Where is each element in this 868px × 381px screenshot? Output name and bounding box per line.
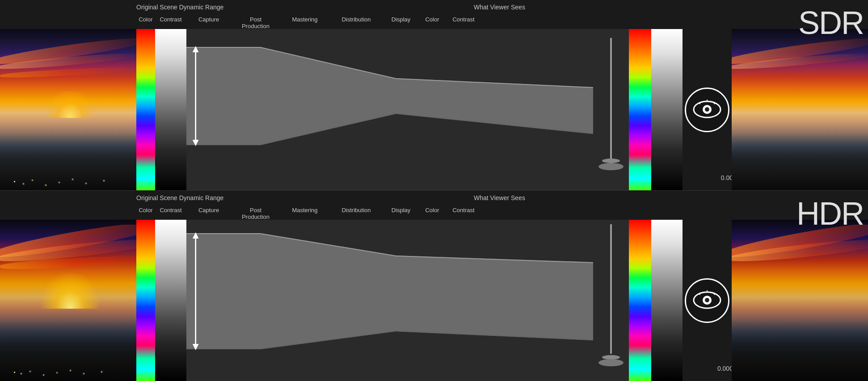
sdr-col-distribution: Distribution: [329, 16, 383, 29]
hdr-col-vcolor: Color: [419, 207, 446, 220]
sdr-pipeline-svg: [186, 29, 593, 190]
hdr-eye-container: 0.0005 - 1000 nits: [683, 220, 732, 381]
sdr-viewer-color-bar: [629, 29, 651, 190]
city-lights: [14, 181, 15, 182]
hdr-display-svg: [593, 220, 629, 381]
sdr-col-display: Display: [383, 16, 419, 29]
hdr-col-capture: Capture: [186, 207, 231, 220]
hdr-col-post: Post Production: [231, 207, 280, 220]
hdr-col-distribution: Distribution: [329, 207, 383, 220]
hdr-tv-base: [598, 359, 624, 366]
sdr-viewer-contrast-bar: [651, 29, 683, 190]
hdr-eye-icon: [693, 290, 722, 310]
sdr-col-contrast: Contrast: [155, 16, 186, 29]
main-container: Original Scene Dynamic Range What Viewer…: [0, 0, 868, 381]
sdr-col-vcontrast: Contrast: [446, 16, 481, 29]
sdr-contrast-bar: [155, 29, 186, 190]
sdr-scene-left: [0, 29, 136, 190]
hdr-contrast-bar: [155, 220, 186, 381]
sdr-title: Original Scene Dynamic Range: [136, 4, 223, 11]
sdr-pipeline: [186, 29, 593, 190]
hdr-scene-left-bg: [0, 220, 136, 381]
sdr-eye-circle: [685, 88, 729, 132]
hdr-viewer-color-bar: [629, 220, 651, 381]
sdr-eye-container: 0.0005 - 100 nits: [683, 29, 732, 190]
sun-glow: [48, 91, 93, 118]
buildings-silhouette-r: [732, 134, 868, 190]
hdr-col-color: Color: [136, 207, 155, 220]
hdr-buildings: [0, 320, 136, 381]
sdr-display-area: [593, 29, 629, 190]
sdr-content: 0.0005 - 100 nits: [0, 29, 868, 190]
sdr-col-color: Color: [136, 16, 155, 29]
sdr-color-bar: [136, 29, 155, 190]
sdr-scene-left-bg: [0, 29, 136, 190]
svg-point-8: [705, 298, 709, 302]
hdr-scene-right-bg: [732, 220, 868, 381]
sdr-col-capture: Capture: [186, 16, 231, 29]
hdr-tv-panel: [610, 224, 612, 354]
hdr-col-contrast: Contrast: [155, 207, 186, 220]
hdr-col-vcontrast: Contrast: [446, 207, 481, 220]
hdr-column-labels: Color Contrast Capture Post Production M…: [136, 207, 868, 220]
sdr-tv-base: [598, 163, 624, 170]
hdr-color-bar: [136, 220, 155, 381]
hdr-scene-left: [0, 220, 136, 381]
hdr-badge: HDR: [796, 195, 864, 232]
sdr-row: Original Scene Dynamic Range What Viewer…: [0, 0, 868, 190]
sdr-col-mastering: Mastering: [280, 16, 329, 29]
sdr-funnel-fill: [186, 47, 593, 145]
hdr-viewer-title: What Viewer Sees: [474, 194, 525, 201]
hdr-title: Original Scene Dynamic Range: [136, 194, 223, 201]
sdr-col-vcolor: Color: [419, 16, 446, 29]
hdr-col-display: Display: [383, 207, 419, 220]
sdr-tv-panel: [610, 38, 612, 159]
sdr-display-svg: [593, 29, 629, 190]
sdr-scene-right: [732, 29, 868, 190]
sdr-badge: SDR: [798, 4, 864, 41]
hdr-row: Original Scene Dynamic Range What Viewer…: [0, 191, 868, 381]
hdr-col-mastering: Mastering: [280, 207, 329, 220]
hdr-scene-right: [732, 220, 868, 381]
hdr-sun-glow: [41, 273, 99, 309]
hdr-viewer-contrast-bar: [651, 220, 683, 381]
hdr-city-lights: [14, 372, 15, 373]
hdr-display-area: [593, 220, 629, 381]
sdr-viewer-title: What Viewer Sees: [474, 4, 525, 11]
hdr-pipeline: [186, 220, 593, 381]
sdr-scene-right-bg: [732, 29, 868, 190]
svg-point-2: [705, 107, 709, 112]
hdr-pipeline-svg: [186, 220, 593, 381]
hdr-eye-circle: [685, 278, 729, 323]
sdr-eye-icon: [693, 100, 722, 120]
buildings-silhouette: [0, 134, 136, 190]
hdr-buildings-r: [732, 320, 868, 381]
hdr-content: 0.0005 - 1000 nits: [0, 220, 868, 381]
sdr-col-post: Post Production: [231, 16, 280, 29]
sdr-column-labels: Color Contrast Capture Post Production M…: [136, 16, 868, 29]
